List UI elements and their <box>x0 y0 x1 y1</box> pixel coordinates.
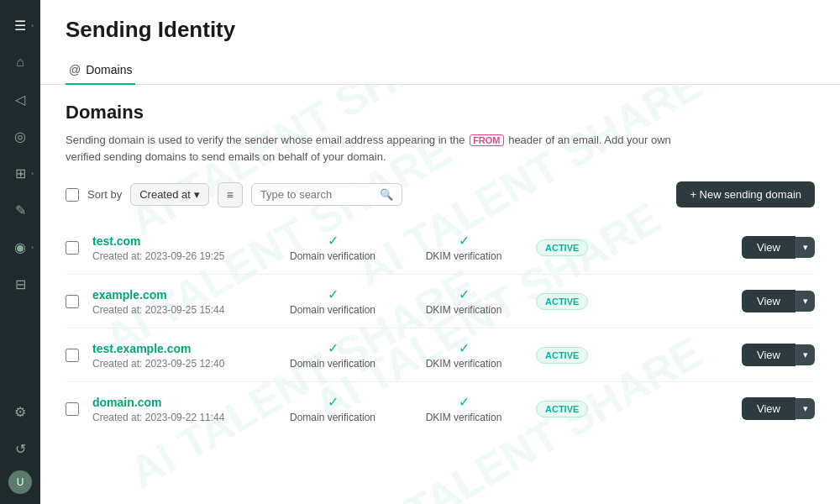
dkim-check-icon-0: ✓ <box>459 233 470 249</box>
search-icon: 🔍 <box>380 188 393 201</box>
content-area: AI TALENT SHARE AI TALENT SHARE AI TALEN… <box>40 85 840 504</box>
sidebar-item-identity[interactable]: ◎ <box>5 121 35 151</box>
search-field-wrapper: 🔍 <box>251 183 402 206</box>
action-group-1: View ▾ <box>742 290 815 312</box>
domain-check-icon-2: ✓ <box>328 340 339 356</box>
menu-icon: ☰ <box>14 18 26 34</box>
filter-icon: ≡ <box>227 188 234 202</box>
status-badge-3: ACTIVE <box>536 401 588 417</box>
domain-verification-label-2: Domain verification <box>290 358 375 370</box>
domain-info-3: domain.com Created at: 2023-09-22 11:44 <box>92 395 260 423</box>
sidebar-item-menu[interactable]: ☰ › <box>5 10 35 40</box>
domain-row: domain.com Created at: 2023-09-22 11:44 … <box>66 382 815 435</box>
home-icon: ⌂ <box>16 55 24 70</box>
dkim-verification-label-0: DKIM verification <box>426 250 502 262</box>
view-button-0[interactable]: View <box>742 236 795 259</box>
tab-domains[interactable]: @ Domains <box>66 56 135 85</box>
dkim-verification-col-2: ✓ DKIM verification <box>405 340 522 370</box>
domain-checkbox-3[interactable] <box>66 402 79 416</box>
domain-list: test.com Created at: 2023-09-26 19:25 ✓ … <box>66 221 815 435</box>
domain-row: test.example.com Created at: 2023-09-25 … <box>66 328 815 382</box>
content-inner: Domains Sending domain is used to verify… <box>66 102 815 435</box>
identity-icon: ◎ <box>14 129 26 144</box>
domain-name-3[interactable]: domain.com <box>92 396 161 409</box>
sidebar-item-integrations[interactable]: ⊟ <box>5 269 35 299</box>
sidebar-item-settings[interactable]: ⚙ <box>5 396 35 427</box>
dkim-check-icon-2: ✓ <box>459 340 470 356</box>
send-icon: ◁ <box>15 92 25 108</box>
select-all-checkbox[interactable] <box>66 188 79 202</box>
dkim-check-icon-3: ✓ <box>459 394 470 410</box>
dkim-verification-col-3: ✓ DKIM verification <box>405 394 522 423</box>
domain-info-0: test.com Created at: 2023-09-26 19:25 <box>92 234 260 262</box>
domain-row: test.com Created at: 2023-09-26 19:25 ✓ … <box>66 221 815 275</box>
section-description: Sending domain is used to verify the sen… <box>66 132 696 165</box>
domain-checkbox-2[interactable] <box>66 349 79 362</box>
status-badge-1: ACTIVE <box>536 293 588 310</box>
dkim-verification-col-1: ✓ DKIM verification <box>405 286 522 316</box>
chevron-icon: › <box>31 22 34 29</box>
sidebar: ☰ › ⌂ ◁ ◎ ⊞ › ✎ ◉ › ⊟ ⚙ ↺ U <box>0 0 40 504</box>
sort-button[interactable]: Created at ▾ <box>130 183 209 206</box>
sidebar-item-compose[interactable]: ✎ <box>5 195 35 225</box>
sidebar-item-home[interactable]: ⌂ <box>5 47 35 77</box>
domain-name-1[interactable]: example.com <box>92 288 167 302</box>
domain-row: example.com Created at: 2023-09-25 15:44… <box>66 275 815 328</box>
sort-chevron-icon: ▾ <box>194 188 200 201</box>
sidebar-item-send[interactable]: ◁ <box>5 84 35 114</box>
domain-name-0[interactable]: test.com <box>92 234 141 248</box>
sidebar-item-templates[interactable]: ⊞ › <box>5 158 35 188</box>
chevron-icon: › <box>31 244 34 251</box>
action-group-2: View ▾ <box>742 344 815 366</box>
tabs-bar: @ Domains <box>40 56 840 85</box>
domain-info-1: example.com Created at: 2023-09-25 15:44 <box>92 287 260 316</box>
domain-date-3: Created at: 2023-09-22 11:44 <box>92 412 260 423</box>
page-header: Sending Identity <box>40 0 840 56</box>
domain-checkbox-0[interactable] <box>66 241 79 255</box>
view-dropdown-button-3[interactable]: ▾ <box>795 398 815 419</box>
at-icon: @ <box>69 63 81 76</box>
view-button-3[interactable]: View <box>742 397 795 420</box>
view-dropdown-button-2[interactable]: ▾ <box>795 344 815 365</box>
view-dropdown-button-0[interactable]: ▾ <box>795 237 815 258</box>
domain-name-2[interactable]: test.example.com <box>92 342 192 355</box>
dkim-verification-label-2: DKIM verification <box>426 358 502 370</box>
domain-verification-col-0: ✓ Domain verification <box>274 233 391 262</box>
view-button-1[interactable]: View <box>742 290 795 312</box>
sidebar-item-history[interactable]: ↺ <box>5 433 35 464</box>
domain-checkbox-1[interactable] <box>66 295 79 308</box>
toolbar: Sort by Created at ▾ ≡ 🔍 + New sending d… <box>66 181 815 207</box>
domain-verification-label-3: Domain verification <box>290 412 375 423</box>
domain-verification-col-3: ✓ Domain verification <box>274 394 391 423</box>
action-group-0: View ▾ <box>742 236 815 259</box>
dkim-verification-label-1: DKIM verification <box>426 304 502 316</box>
sort-label: Sort by <box>87 188 122 201</box>
status-badge-0: ACTIVE <box>536 239 588 256</box>
domain-verification-col-2: ✓ Domain verification <box>274 340 391 370</box>
view-dropdown-button-1[interactable]: ▾ <box>795 291 815 312</box>
domain-check-icon-0: ✓ <box>328 233 339 249</box>
compose-icon: ✎ <box>15 202 26 218</box>
domain-verification-label-0: Domain verification <box>290 250 375 262</box>
history-icon: ↺ <box>15 441 26 457</box>
domain-check-icon-1: ✓ <box>328 286 339 302</box>
settings-icon: ⚙ <box>14 404 26 420</box>
domain-date-2: Created at: 2023-09-25 12:40 <box>92 358 260 370</box>
eye-icon: ◉ <box>14 239 26 255</box>
domain-check-icon-3: ✓ <box>328 394 339 410</box>
sidebar-item-eye[interactable]: ◉ › <box>5 232 35 262</box>
domain-date-0: Created at: 2023-09-26 19:25 <box>92 250 260 262</box>
section-title: Domains <box>66 102 815 123</box>
page-title: Sending Identity <box>66 17 815 43</box>
dkim-verification-col-0: ✓ DKIM verification <box>405 233 522 262</box>
filter-button[interactable]: ≡ <box>218 182 243 207</box>
view-button-2[interactable]: View <box>742 344 795 366</box>
dkim-verification-label-3: DKIM verification <box>426 412 502 423</box>
action-group-3: View ▾ <box>742 397 815 420</box>
dkim-check-icon-1: ✓ <box>459 286 470 302</box>
avatar[interactable]: U <box>8 470 32 494</box>
search-input[interactable] <box>260 188 375 201</box>
domain-verification-label-1: Domain verification <box>290 304 375 316</box>
integrations-icon: ⊟ <box>15 276 26 292</box>
new-sending-domain-button[interactable]: + New sending domain <box>676 181 815 207</box>
